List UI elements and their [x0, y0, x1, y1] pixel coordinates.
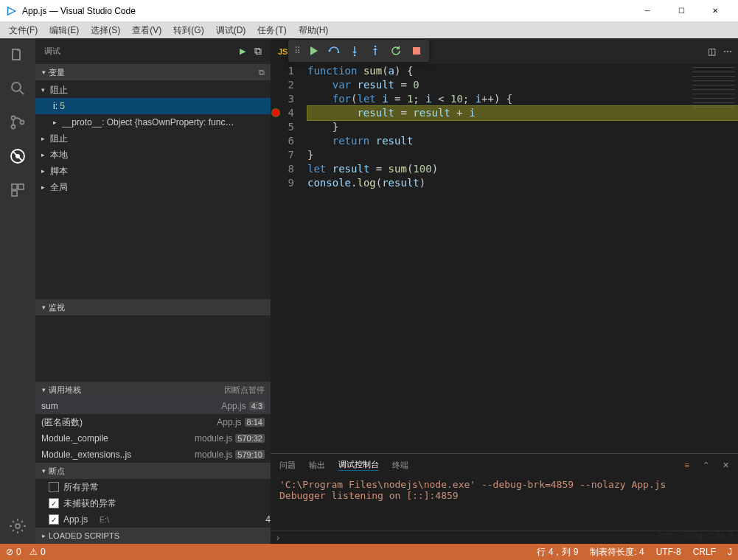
stop-button[interactable] — [407, 41, 426, 60]
svg-rect-9 — [18, 184, 24, 189]
editor-tabs: JS ⠿ ◫ ⋯ — [271, 38, 738, 64]
split-editor-icon[interactable]: ◫ — [708, 46, 716, 57]
svg-rect-8 — [12, 184, 17, 189]
sidebar-title: 调试 — [44, 46, 240, 57]
console-input-chevron[interactable]: › — [276, 533, 279, 543]
warning-icon: ⚠ — [29, 547, 38, 557]
menu-edit[interactable]: 编辑(E) — [43, 23, 85, 38]
search-icon[interactable] — [7, 78, 28, 99]
menu-file[interactable]: 文件(F) — [3, 23, 43, 38]
more-actions-icon[interactable]: ⋯ — [723, 46, 732, 57]
svg-rect-10 — [12, 191, 17, 196]
collapse-panel-icon[interactable]: ⌃ — [703, 461, 709, 470]
scope-block2[interactable]: ▸阻止 — [35, 130, 271, 147]
tab-terminal[interactable]: 终端 — [392, 460, 408, 471]
menu-goto[interactable]: 转到(G) — [167, 23, 209, 38]
scope-global[interactable]: ▸全局 — [35, 179, 271, 195]
svg-point-2 — [12, 116, 15, 120]
vscode-logo — [6, 5, 18, 17]
gutter[interactable]: 123456789 — [271, 64, 307, 453]
eol[interactable]: CRLF — [687, 546, 722, 559]
svg-point-0 — [12, 83, 21, 91]
menu-bar: 文件(F) 编辑(E) 选择(S) 查看(V) 转到(G) 调试(D) 任务(T… — [0, 22, 738, 38]
window-title: App.js — Visual Studio Code — [22, 6, 630, 16]
continue-button[interactable] — [304, 41, 323, 60]
restart-button[interactable] — [386, 41, 405, 60]
drag-handle-icon[interactable]: ⠿ — [291, 46, 302, 56]
scope-script[interactable]: ▸脚本 — [35, 163, 271, 179]
sidebar-header: 调试 ▶ ⧉ — [35, 38, 271, 64]
language-mode[interactable]: J — [722, 546, 738, 559]
collapse-all-icon[interactable]: ⧉ — [259, 68, 265, 77]
svg-line-1 — [20, 91, 24, 94]
clear-console-icon[interactable]: ≡ — [685, 461, 689, 469]
maximize-button[interactable]: ☐ — [664, 0, 698, 22]
source-control-icon[interactable] — [7, 112, 28, 133]
scope-local[interactable]: ▸本地 — [35, 147, 271, 163]
close-button[interactable]: ✕ — [698, 0, 732, 22]
breakpoints-header[interactable]: ▾断点 — [35, 463, 271, 479]
variable-i[interactable]: i: 5 — [35, 98, 271, 114]
svg-point-14 — [354, 55, 356, 57]
variables-header[interactable]: ▾变量 ⧉ — [35, 64, 271, 80]
svg-point-7 — [15, 154, 20, 158]
svg-point-4 — [21, 121, 24, 125]
panel-tabs: 问题 输出 调试控制台 终端 ≡ ⌃ ✕ — [271, 454, 738, 476]
panel: 问题 输出 调试控制台 终端 ≡ ⌃ ✕ 'C:\Program Files\n… — [271, 453, 738, 531]
errors-cell[interactable]: ⊘0 ⚠0 — [0, 547, 52, 557]
code-area[interactable]: function sum(a) { var result = 0 for(let… — [307, 64, 738, 453]
debug-icon[interactable] — [7, 146, 28, 167]
svg-point-16 — [375, 46, 377, 48]
editor-area: JS ⠿ ◫ ⋯ 123456789 function sum(a) { — [271, 38, 738, 544]
stack-frame[interactable]: (匿名函数)App.js8:14 — [35, 414, 271, 430]
explorer-icon[interactable] — [7, 44, 28, 65]
close-panel-icon[interactable]: ✕ — [723, 461, 729, 470]
start-debug-icon[interactable]: ▶ — [240, 46, 246, 56]
variable-proto[interactable]: ▸ __proto__: Object {hasOwnProperty: fun… — [35, 114, 271, 130]
pause-reason: 因断点暂停 — [224, 385, 265, 396]
extensions-icon[interactable] — [7, 180, 28, 200]
settings-icon[interactable] — [7, 516, 28, 536]
menu-view[interactable]: 查看(V) — [126, 23, 167, 38]
menu-tasks[interactable]: 任务(T) — [251, 23, 292, 38]
bp-uncaught[interactable]: ✓未捕获的异常 — [35, 495, 271, 511]
activity-bar — [0, 38, 35, 544]
menu-help[interactable]: 帮助(H) — [293, 23, 335, 38]
tab-size[interactable]: 制表符长度: 4 — [584, 546, 650, 559]
svg-point-3 — [12, 125, 15, 129]
cursor-position[interactable]: 行 4，列 9 — [531, 546, 584, 559]
debug-config-icon[interactable]: ⧉ — [254, 45, 262, 57]
svg-point-11 — [15, 524, 20, 528]
svg-point-12 — [338, 52, 340, 54]
stack-frame[interactable]: Module._extensions..jsmodule.js579:10 — [35, 447, 271, 463]
title-bar: App.js — Visual Studio Code ─ ☐ ✕ — [0, 0, 738, 22]
svg-rect-17 — [413, 47, 420, 55]
bp-all-exceptions[interactable]: 所有异常 — [35, 479, 271, 495]
debug-console-output[interactable]: 'C:\Program Files\nodejs\node.exe' --deb… — [271, 476, 738, 531]
callstack-header[interactable]: ▾调用堆栈 因断点暂停 — [35, 382, 271, 398]
scope-block[interactable]: ▾阻止 — [35, 82, 271, 98]
tab-problems[interactable]: 问题 — [279, 460, 296, 471]
tab-debug-console[interactable]: 调试控制台 — [338, 459, 379, 471]
minimize-button[interactable]: ─ — [630, 0, 664, 22]
watch-header[interactable]: ▾监视 — [35, 299, 271, 315]
js-file-icon: JS — [278, 47, 288, 56]
step-over-button[interactable] — [324, 41, 344, 60]
loaded-scripts-header[interactable]: ▸LOADED SCRIPTS — [35, 528, 271, 544]
menu-selection[interactable]: 选择(S) — [85, 23, 126, 38]
error-icon: ⊘ — [6, 547, 13, 557]
debug-toolbar[interactable]: ⠿ — [288, 40, 429, 62]
breakpoint-glyph[interactable] — [272, 109, 279, 116]
step-into-button[interactable] — [345, 41, 364, 60]
bp-appjs[interactable]: ✓App.js E:\4 — [35, 511, 271, 528]
debug-sidebar: 调试 ▶ ⧉ ▾变量 ⧉ ▾阻止 i: 5 ▸ __proto__: Objec… — [35, 38, 271, 544]
status-bar: ⊘0 ⚠0 行 4，列 9 制表符长度: 4 UTF-8 CRLF J — [0, 544, 738, 560]
menu-debug[interactable]: 调试(D) — [210, 23, 252, 38]
stack-frame[interactable]: Module._compilemodule.js570:32 — [35, 430, 271, 447]
tab-output[interactable]: 输出 — [309, 460, 325, 471]
stack-frame[interactable]: sumApp.js4:3 — [35, 398, 271, 414]
editor-body[interactable]: 123456789 function sum(a) { var result =… — [271, 64, 738, 453]
encoding[interactable]: UTF-8 — [650, 546, 687, 559]
step-out-button[interactable] — [366, 41, 385, 60]
